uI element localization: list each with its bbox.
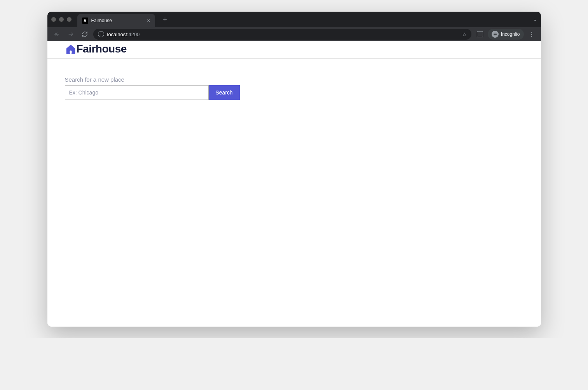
browser-address-bar: i localhost:4200 ☆ Incognito ⋮	[47, 27, 541, 41]
browser-tab-bar: A Fairhouse × + ⌄	[47, 12, 541, 27]
window-controls	[51, 17, 72, 22]
browser-tab[interactable]: A Fairhouse ×	[77, 14, 155, 27]
chevron-down-icon: ⌄	[533, 17, 537, 22]
bookmark-star-icon[interactable]: ☆	[462, 31, 467, 37]
svg-rect-4	[70, 51, 72, 54]
new-tab-button[interactable]: +	[160, 14, 171, 25]
search-label: Search for a new place	[65, 76, 523, 83]
incognito-icon	[492, 31, 499, 38]
close-icon[interactable]: ×	[147, 17, 150, 24]
incognito-badge[interactable]: Incognito	[488, 29, 524, 40]
incognito-label: Incognito	[501, 31, 520, 37]
extensions-button[interactable]	[475, 29, 485, 40]
svg-point-2	[494, 34, 495, 35]
search-input[interactable]	[65, 85, 209, 100]
window-tabs-dropdown[interactable]: ⌄	[533, 17, 537, 22]
extensions-icon	[477, 31, 483, 37]
tab-title: Fairhouse	[91, 18, 112, 23]
search-row: Search	[65, 85, 523, 100]
plus-icon: +	[163, 16, 167, 24]
brand-name: Fairhouse	[77, 43, 127, 55]
nav-back-button[interactable]	[51, 29, 62, 40]
url-host: localhost	[107, 31, 127, 37]
search-button[interactable]: Search	[209, 85, 240, 100]
app-header: Fairhouse	[47, 41, 541, 59]
address-bar-actions: Incognito ⋮	[475, 29, 537, 40]
search-section: Search for a new place Search	[47, 59, 541, 117]
info-icon[interactable]: i	[98, 31, 104, 37]
window-maximize-button[interactable]	[67, 17, 72, 22]
window-minimize-button[interactable]	[59, 17, 64, 22]
window-close-button[interactable]	[51, 17, 56, 22]
url-input[interactable]: i localhost:4200 ☆	[93, 29, 471, 40]
tab-favicon: A	[82, 17, 88, 24]
arrow-right-icon	[68, 31, 74, 37]
nav-forward-button[interactable]	[65, 29, 76, 40]
page-viewport: Fairhouse Search for a new place Search	[47, 41, 541, 327]
url-port: :4200	[127, 31, 140, 37]
nav-reload-button[interactable]	[79, 29, 90, 40]
kebab-icon: ⋮	[529, 31, 535, 38]
browser-menu-button[interactable]: ⋮	[526, 31, 537, 38]
arrow-left-icon	[54, 31, 60, 37]
house-icon	[65, 43, 77, 55]
browser-window: A Fairhouse × + ⌄ i localhost:4200 ☆	[47, 12, 541, 327]
reload-icon	[82, 31, 88, 37]
svg-point-3	[495, 34, 497, 35]
